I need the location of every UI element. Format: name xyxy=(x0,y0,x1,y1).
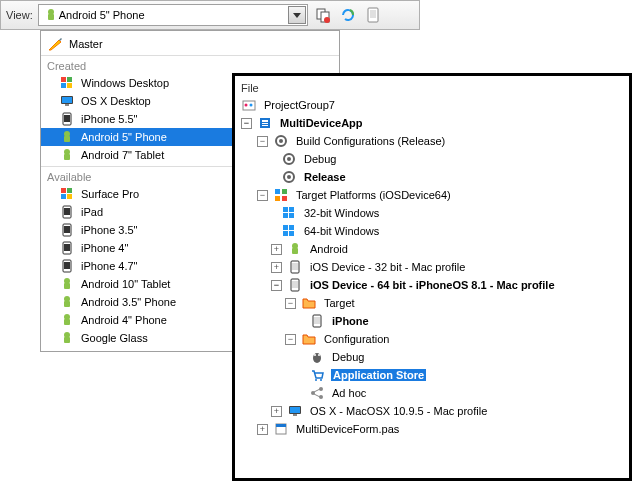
target-node[interactable]: − Target xyxy=(241,294,623,312)
phone-icon xyxy=(287,259,303,275)
copy-view-button[interactable] xyxy=(313,5,333,25)
svg-rect-29 xyxy=(64,244,70,251)
android-platform-node[interactable]: + Android xyxy=(241,240,623,258)
svg-rect-22 xyxy=(61,194,66,199)
ios32-node[interactable]: + iOS Device - 32 bit - Mac profile xyxy=(241,258,623,276)
dropdown-arrow-button[interactable] xyxy=(288,6,306,24)
svg-rect-20 xyxy=(61,188,66,193)
adhoc-node[interactable]: Ad hoc xyxy=(241,384,623,402)
app-store-node[interactable]: Application Store xyxy=(241,366,623,384)
gear-icon xyxy=(281,169,297,185)
project-group-node[interactable]: ProjectGroup7 xyxy=(241,96,623,114)
phone-icon xyxy=(59,204,75,220)
osx-node[interactable]: + OS X - MacOSX 10.9.5 - Mac profile xyxy=(241,402,623,420)
win32-node[interactable]: 32-bit Windows xyxy=(241,204,623,222)
expand-icon[interactable]: + xyxy=(271,262,282,273)
windows-icon xyxy=(59,186,75,202)
debug-config-node[interactable]: Debug xyxy=(241,150,623,168)
gear-icon xyxy=(281,151,297,167)
dropdown-item-master[interactable]: Master xyxy=(41,35,339,53)
svg-rect-33 xyxy=(64,283,70,289)
svg-rect-1 xyxy=(48,14,54,20)
view-toolbar: View: Android 5" Phone xyxy=(0,0,420,30)
svg-point-48 xyxy=(279,139,283,143)
svg-rect-84 xyxy=(290,407,300,413)
svg-rect-72 xyxy=(314,317,320,324)
folder-icon xyxy=(301,331,317,347)
view-dropdown[interactable]: Android 5" Phone xyxy=(38,4,308,26)
device-button[interactable] xyxy=(363,5,383,25)
phone-icon xyxy=(59,111,75,127)
svg-point-76 xyxy=(315,379,317,381)
svg-rect-63 xyxy=(283,231,288,236)
expand-icon[interactable]: + xyxy=(271,406,282,417)
svg-rect-58 xyxy=(289,207,294,212)
dropdown-item-label: Android 5" Phone xyxy=(81,131,167,143)
svg-rect-31 xyxy=(64,262,70,269)
iphone-target-node[interactable]: iPhone xyxy=(241,312,623,330)
svg-rect-39 xyxy=(64,337,70,343)
app-node[interactable]: − MultiDeviceApp xyxy=(241,114,623,132)
svg-rect-66 xyxy=(292,248,298,254)
windows-icon xyxy=(281,205,297,221)
svg-point-4 xyxy=(324,17,330,23)
form-file-node[interactable]: + MultiDeviceForm.pas xyxy=(241,420,623,438)
dropdown-item-label: iPhone 3.5" xyxy=(81,224,138,236)
build-config-node[interactable]: − Build Configurations (Release) xyxy=(241,132,623,150)
svg-line-81 xyxy=(314,389,320,392)
gear-icon xyxy=(273,133,289,149)
svg-rect-19 xyxy=(64,154,70,160)
dropdown-item-label: iPhone 5.5" xyxy=(81,113,138,125)
svg-rect-57 xyxy=(283,207,288,212)
collapse-icon[interactable]: − xyxy=(257,190,268,201)
expand-icon[interactable]: + xyxy=(271,244,282,255)
platforms-icon xyxy=(273,187,289,203)
svg-rect-45 xyxy=(262,123,268,124)
svg-rect-15 xyxy=(64,115,70,122)
svg-rect-56 xyxy=(282,196,287,201)
collapse-icon[interactable]: − xyxy=(257,136,268,147)
form-icon xyxy=(273,421,289,437)
svg-point-74 xyxy=(314,354,316,356)
phone-icon xyxy=(309,313,325,329)
svg-rect-54 xyxy=(282,189,287,194)
collapse-icon[interactable]: − xyxy=(285,334,296,345)
target-platforms-node[interactable]: − Target Platforms (iOSDevice64) xyxy=(241,186,623,204)
expand-icon[interactable]: + xyxy=(257,424,268,435)
svg-rect-27 xyxy=(64,226,70,233)
dropdown-item-label: Android 4" Phone xyxy=(81,314,167,326)
svg-rect-53 xyxy=(275,189,280,194)
mac-icon xyxy=(287,403,303,419)
collapse-icon[interactable]: − xyxy=(285,298,296,309)
dropdown-item-label: iPhone 4.7" xyxy=(81,260,138,272)
configuration-node[interactable]: − Configuration xyxy=(241,330,623,348)
windows-icon xyxy=(281,223,297,239)
svg-rect-64 xyxy=(289,231,294,236)
ios64-node[interactable]: − iOS Device - 64 bit - iPhoneOS 8.1 - M… xyxy=(241,276,623,294)
cart-icon xyxy=(309,367,325,383)
svg-rect-6 xyxy=(370,10,376,18)
refresh-view-button[interactable] xyxy=(338,5,358,25)
collapse-icon[interactable]: − xyxy=(271,280,282,291)
svg-rect-85 xyxy=(293,414,297,416)
android-icon xyxy=(59,147,75,163)
collapse-icon[interactable]: − xyxy=(241,118,252,129)
svg-line-82 xyxy=(314,394,320,397)
svg-rect-17 xyxy=(64,136,70,142)
project-tree-panel: File ProjectGroup7 − MultiDeviceApp − Bu… xyxy=(232,73,632,481)
dropdown-item-label: Android 3.5" Phone xyxy=(81,296,176,308)
android-icon xyxy=(59,330,75,346)
svg-rect-10 xyxy=(67,83,72,88)
dropdown-item-label: Android 10" Tablet xyxy=(81,278,170,290)
phone-icon xyxy=(287,277,303,293)
master-label: Master xyxy=(69,38,103,50)
cfg-debug-node[interactable]: Debug xyxy=(241,348,623,366)
android-icon xyxy=(59,294,75,310)
release-config-node[interactable]: Release xyxy=(241,168,623,186)
svg-rect-68 xyxy=(292,263,298,270)
dropdown-item-label: Google Glass xyxy=(81,332,148,344)
svg-rect-61 xyxy=(283,225,288,230)
dropdown-item-label: Windows Desktop xyxy=(81,77,169,89)
win64-node[interactable]: 64-bit Windows xyxy=(241,222,623,240)
view-selected-text: Android 5" Phone xyxy=(59,9,303,21)
